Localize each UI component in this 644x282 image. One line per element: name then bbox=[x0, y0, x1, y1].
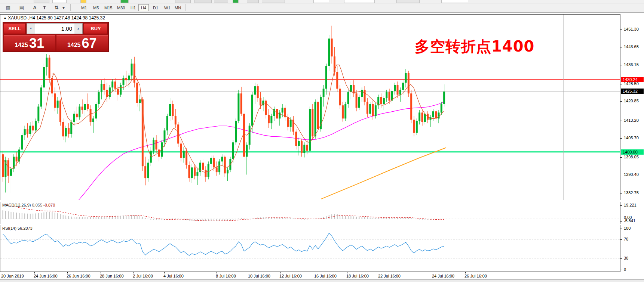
price-axis-tick bbox=[620, 30, 622, 30]
candle-body bbox=[405, 73, 407, 83]
candle-body bbox=[306, 145, 308, 151]
toolbar-separator bbox=[185, 4, 186, 11]
indicator-axis-tick bbox=[620, 229, 622, 229]
timeframe-button-MN[interactable]: MN bbox=[173, 4, 183, 11]
candle-body bbox=[438, 112, 439, 118]
candle-body bbox=[79, 106, 80, 117]
indicator-axis-tick bbox=[620, 258, 622, 259]
sell-button[interactable]: SELL bbox=[4, 23, 25, 34]
candle-body bbox=[298, 141, 300, 146]
channel-tool-icon[interactable]: ▨ bbox=[4, 4, 13, 12]
timeframe-button-M15[interactable]: M15 bbox=[102, 4, 114, 11]
price-axis-label: 1443.65 bbox=[624, 44, 639, 49]
candle-body bbox=[98, 92, 100, 104]
candle-body bbox=[251, 94, 253, 125]
candle-body bbox=[90, 109, 92, 122]
time-axis-label: 26 Jun 16:00 bbox=[67, 274, 91, 278]
indicator-axis-tick bbox=[620, 221, 622, 221]
price-axis-label: 1451.30 bbox=[624, 27, 639, 31]
volume-increase-button[interactable]: ▲ bbox=[74, 24, 82, 34]
arrows-tool-icon[interactable]: ⇅ bbox=[52, 4, 61, 12]
time-axis[interactable] bbox=[0, 272, 620, 279]
candle-body bbox=[169, 104, 171, 116]
price-axis-tick bbox=[620, 175, 622, 175]
timeframe-button-H4[interactable]: H4 bbox=[138, 4, 149, 11]
candle-body bbox=[331, 38, 333, 56]
time-axis-label: 18 Jul 16:00 bbox=[346, 274, 369, 278]
candle-body bbox=[301, 141, 303, 153]
indicator-axis-label: 19.221 bbox=[624, 203, 637, 207]
candle-body bbox=[268, 115, 270, 123]
volume-value[interactable]: 1.00 bbox=[35, 24, 74, 34]
candle-body bbox=[257, 86, 259, 98]
text-tool-icon[interactable]: T bbox=[41, 4, 48, 12]
timeframe-button-D1[interactable]: D1 bbox=[151, 4, 160, 11]
candle-body bbox=[402, 83, 404, 90]
candle-body bbox=[224, 157, 226, 174]
candle-body bbox=[65, 128, 67, 136]
buy-button[interactable]: BUY bbox=[84, 23, 108, 34]
symbol-marker-icon: ▲ bbox=[3, 16, 7, 20]
time-axis-label: 26 Jul 16:00 bbox=[464, 274, 487, 278]
timeframe-button-M5[interactable]: M5 bbox=[91, 4, 101, 11]
candle-body bbox=[70, 122, 72, 134]
timeframe-button-H1[interactable]: H1 bbox=[129, 4, 138, 11]
current-price-badge: 1425.32 bbox=[621, 89, 644, 94]
candle-body bbox=[443, 92, 445, 104]
buy-price-display[interactable]: 1425 67 bbox=[56, 35, 108, 51]
candle-body bbox=[380, 97, 382, 104]
candle-body bbox=[155, 140, 157, 150]
candle-body bbox=[397, 85, 399, 95]
candle-body bbox=[117, 89, 119, 94]
candle-body bbox=[216, 167, 218, 172]
timeframe-button-M30[interactable]: M30 bbox=[115, 4, 127, 11]
candle-body bbox=[57, 100, 59, 108]
price-axis-label: 1436.15 bbox=[624, 62, 639, 67]
candle-body bbox=[29, 126, 31, 134]
candle-body bbox=[188, 165, 190, 178]
indicator-axis-label: 0 bbox=[624, 267, 626, 272]
candle-body bbox=[290, 120, 292, 127]
candle-body bbox=[35, 121, 37, 131]
volume-decrease-button[interactable]: ▼ bbox=[27, 24, 35, 34]
candle-body bbox=[270, 116, 272, 123]
rsi-label: RSI(14) 56.2073 bbox=[2, 226, 33, 230]
timeframe-button-M1[interactable]: M1 bbox=[79, 4, 89, 11]
price-axis-label: 1413.20 bbox=[624, 118, 639, 123]
timeframe-button-W1[interactable]: W1 bbox=[162, 4, 172, 11]
price-axis-label: 1382.75 bbox=[624, 190, 639, 195]
indicator-axis-tick bbox=[620, 270, 622, 270]
macd-chart[interactable] bbox=[0, 202, 620, 224]
sell-price-display[interactable]: 1425 31 bbox=[4, 35, 55, 51]
toolbar-partial-icon bbox=[80, 0, 86, 3]
fibonacci-tool-icon[interactable]: ▤ bbox=[17, 4, 26, 12]
candle-body bbox=[246, 145, 248, 157]
price-axis-tick bbox=[620, 84, 622, 84]
candle-body bbox=[325, 66, 327, 89]
time-axis-label: 8 Jul 16:00 bbox=[216, 274, 236, 278]
candle-body bbox=[237, 93, 239, 121]
price-axis-label: 1390.40 bbox=[624, 172, 639, 177]
rsi-chart[interactable] bbox=[0, 225, 620, 272]
candle-body bbox=[120, 85, 122, 95]
sell-price-big: 31 bbox=[29, 37, 44, 50]
macd-signal-value: -0.870 bbox=[43, 203, 55, 207]
price-axis-label: 1398.05 bbox=[624, 155, 639, 159]
candle-body bbox=[435, 111, 437, 118]
candle-body bbox=[101, 84, 102, 92]
candle-body bbox=[254, 86, 256, 94]
candle-body bbox=[369, 104, 371, 114]
candle-body bbox=[432, 111, 434, 117]
candle-body bbox=[394, 85, 396, 91]
candle-body bbox=[103, 84, 105, 90]
price-axis-tick bbox=[620, 47, 622, 47]
candle-body bbox=[134, 63, 135, 83]
toolbar-partial-icon bbox=[344, 0, 375, 3]
candle-body bbox=[185, 151, 187, 165]
candle-body bbox=[43, 67, 45, 87]
arrows-dropdown-caret[interactable]: ▾ bbox=[61, 4, 66, 12]
text-label-tool-icon[interactable]: A bbox=[31, 4, 38, 12]
candle-body bbox=[334, 56, 335, 72]
time-axis-tick bbox=[379, 272, 379, 273]
time-axis-label: 24 Jun 16:00 bbox=[34, 274, 58, 278]
